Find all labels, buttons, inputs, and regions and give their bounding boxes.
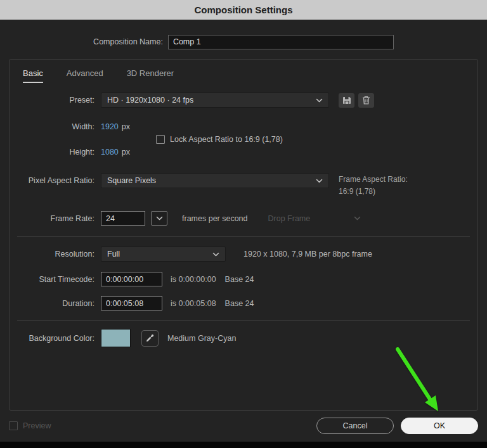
preset-value: HD · 1920x1080 · 24 fps [107,96,193,105]
ok-button[interactable]: OK [401,418,478,434]
pixel-aspect-label: Pixel Aspect Ratio: [10,176,94,185]
composition-name-row: Composition Name: [9,34,478,49]
chevron-down-icon [156,216,163,221]
chevron-down-icon [316,179,323,183]
lock-aspect-checkbox[interactable]: Lock Aspect Ratio to 16:9 (1,78) [156,135,283,144]
composition-settings-dialog: Composition Settings Composition Name: B… [0,0,487,434]
resolution-value: Full [107,250,120,259]
frame-rate-row: Frame Rate: frames per second Drop Frame [10,211,477,226]
frame-rate-label: Frame Rate: [10,214,94,223]
drop-frame-label: Drop Frame [268,214,311,223]
height-unit: px [122,148,130,157]
dialog-footer: Preview Cancel OK [9,418,478,434]
resolution-label: Resolution: [10,250,94,259]
cancel-button[interactable]: Cancel [316,418,394,434]
eyedropper-icon [145,333,155,343]
frame-aspect-ratio-value: 16:9 (1,78) [339,186,408,198]
preview-label: Preview [23,421,51,430]
width-label: Width: [10,122,94,131]
preview-checkbox: Preview [9,421,51,430]
checkbox-icon [156,135,165,144]
width-value[interactable]: 1920 [101,122,119,131]
duration-input[interactable] [101,296,162,310]
background-color-label: Background Color: [10,334,94,343]
start-timecode-row: Start Timecode: is 0:00:00:00 Base 24 [10,272,477,286]
composition-name-input[interactable] [168,35,394,49]
background-color-name: Medium Gray-Cyan [167,334,236,343]
frames-per-second-label: frames per second [182,214,248,223]
duration-info: is 0:00:05:08 [171,299,216,308]
tab-advanced-label: Advanced [67,68,103,78]
chevron-down-icon [316,98,323,103]
start-timecode-base: Base 24 [225,275,254,284]
save-preset-button[interactable] [339,93,354,108]
pixel-aspect-row: Pixel Aspect Ratio: Square Pixels Frame … [10,169,477,193]
dialog-titlebar[interactable]: Composition Settings [0,0,487,20]
height-value[interactable]: 1080 [101,148,119,157]
resolution-row: Resolution: Full 1920 x 1080, 7,9 MB per… [10,246,477,262]
pixel-aspect-value: Square Pixels [107,176,156,185]
settings-panel: Basic Advanced 3D Renderer Preset: HD · … [9,59,478,411]
width-row: Width: 1920 px [10,121,477,132]
dialog-title: Composition Settings [195,4,293,15]
preset-label: Preset: [10,96,94,105]
trash-icon [362,96,370,105]
lock-aspect-label: Lock Aspect Ratio to 16:9 (1,78) [170,135,283,144]
height-label: Height: [10,148,94,157]
background-color-row: Background Color: Medium Gray-Cyan [10,329,477,347]
resolution-info: 1920 x 1080, 7,9 MB per 8bpc frame [244,250,372,259]
frame-rate-dropdown-button[interactable] [151,211,167,226]
tab-basic[interactable]: Basic [23,68,43,83]
tab-bar: Basic Advanced 3D Renderer [10,60,477,83]
composition-name-label: Composition Name: [93,37,163,46]
start-timecode-input[interactable] [101,272,162,286]
duration-label: Duration: [10,299,94,308]
drop-frame-dropdown: Drop Frame [268,214,361,223]
duration-row: Duration: is 0:00:05:08 Base 24 [10,296,477,310]
frame-aspect-ratio: Frame Aspect Ratio: 16:9 (1,78) [339,174,408,198]
resolution-dropdown[interactable]: Full [101,246,226,262]
duration-base: Base 24 [225,299,254,308]
chevron-down-icon [212,252,219,257]
tab-basic-label: Basic [23,68,43,78]
divider [17,320,470,321]
eyedropper-button[interactable] [141,330,159,347]
preset-row: Preset: HD · 1920x1080 · 24 fps [10,93,477,108]
frame-rate-input[interactable] [101,211,145,226]
height-row: Height: 1080 px [10,146,477,157]
frame-aspect-ratio-label: Frame Aspect Ratio: [339,174,408,186]
chevron-down-icon [354,216,361,221]
checkbox-icon [9,421,18,430]
delete-preset-button[interactable] [358,93,374,108]
tab-3d-renderer[interactable]: 3D Renderer [127,68,174,83]
start-timecode-info: is 0:00:00:00 [171,275,216,284]
start-timecode-label: Start Timecode: [10,275,94,284]
background-color-swatch[interactable] [101,329,131,347]
preset-dropdown[interactable]: HD · 1920x1080 · 24 fps [101,93,329,108]
tab-3d-renderer-label: 3D Renderer [127,68,174,78]
divider [17,236,470,237]
save-preset-icon [342,96,351,105]
pixel-aspect-ratio-dropdown[interactable]: Square Pixels [101,173,329,188]
dimensions-block: Width: 1920 px Height: 1080 px Lock Aspe… [10,121,477,157]
bottom-strip [0,442,487,448]
tab-advanced[interactable]: Advanced [67,68,103,83]
width-unit: px [122,122,130,131]
